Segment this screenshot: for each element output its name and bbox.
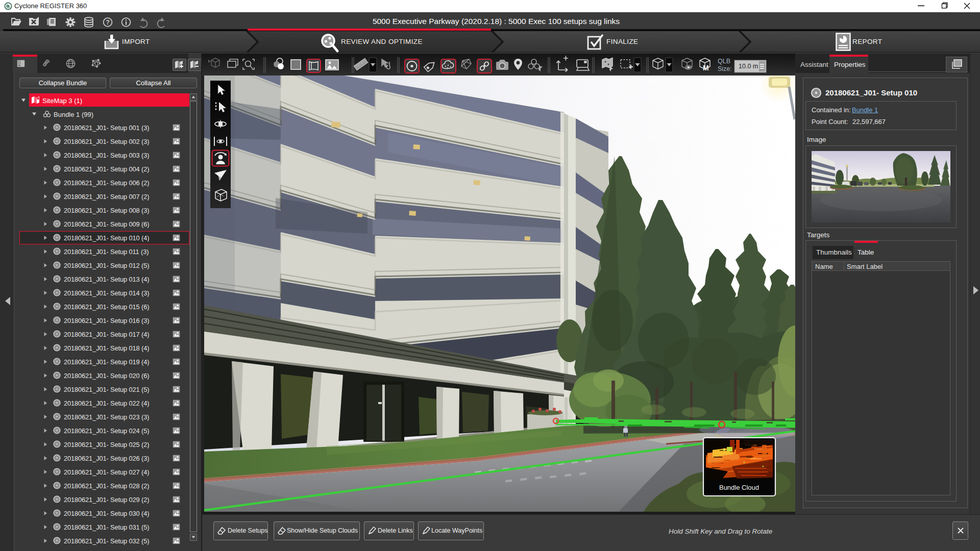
- svg-text:M: M: [703, 64, 709, 72]
- svg-text:Size:: Size:: [718, 65, 732, 72]
- svg-text:QLB: QLB: [718, 58, 730, 65]
- svg-text:10.0 m: 10.0 m: [739, 63, 758, 70]
- svg-text:Bundle Cloud: Bundle Cloud: [719, 484, 759, 491]
